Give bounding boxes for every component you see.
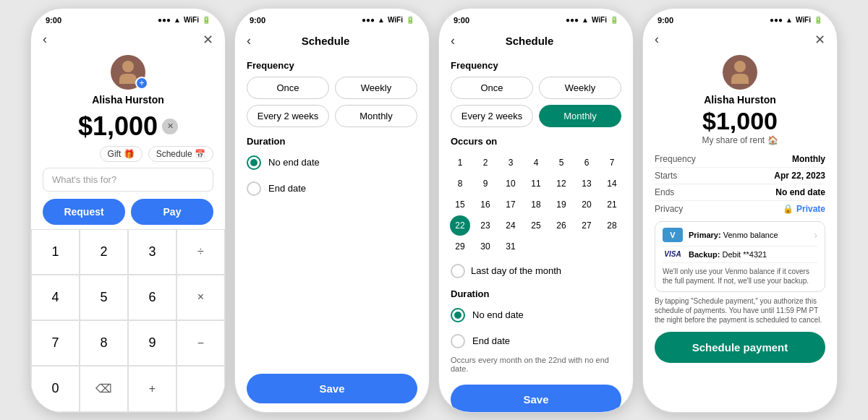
schedule-tag[interactable]: Schedule 📅 (148, 146, 213, 162)
numpad-backspace[interactable]: ⌫ (80, 366, 128, 411)
cal-day-22-selected[interactable]: 22 (450, 215, 470, 236)
duration-no-end-s2[interactable]: No end date (235, 150, 429, 176)
cal-day-27[interactable]: 27 (576, 215, 597, 236)
action-tags: Gift 🎁 Schedule 📅 (31, 143, 225, 165)
s4-note: My share of rent 🏠 (643, 135, 837, 145)
privacy-label: Privacy (655, 204, 683, 214)
payment-note: We'll only use your Venmo balance if it … (663, 267, 817, 286)
numpad-2[interactable]: 2 (80, 229, 128, 275)
time-4: 9:00 (658, 16, 673, 25)
cal-day-30[interactable]: 30 (475, 236, 495, 257)
cal-day-11[interactable]: 11 (526, 173, 546, 194)
chevron-right-icon: › (814, 229, 817, 241)
pm-backup-text: Backup: Debit **4321 (689, 250, 767, 259)
numpad-4[interactable]: 4 (31, 275, 80, 320)
numpad-8[interactable]: 8 (80, 320, 128, 366)
frequency-grid-s2: Once Weekly Every 2 weeks Monthly (235, 74, 429, 130)
recurrence-subtext: Occurs every month on the 22nd with no e… (439, 354, 633, 376)
numpad-divide[interactable]: ÷ (176, 229, 225, 275)
freq-weekly-s2[interactable]: Weekly (335, 77, 417, 99)
payment-method-box[interactable]: V Primary: Venmo balance › VISA Backup: … (655, 221, 825, 292)
cal-day-14[interactable]: 14 (602, 173, 622, 194)
pm-backup-left: VISA Backup: Debit **4321 (663, 250, 767, 259)
schedule-payment-button[interactable]: Schedule payment (655, 332, 825, 363)
duration-end-date-s2[interactable]: End date (235, 176, 429, 202)
cal-day-6[interactable]: 6 (576, 153, 597, 173)
cal-day-10[interactable]: 10 (501, 173, 521, 194)
close-icon[interactable]: ✕ (203, 32, 213, 48)
starts-value-s4: Apr 22, 2023 (774, 171, 825, 181)
cal-day-13[interactable]: 13 (576, 173, 597, 194)
cal-day-16[interactable]: 16 (475, 194, 495, 215)
freq-once-s2[interactable]: Once (247, 77, 329, 99)
cal-day-17[interactable]: 17 (501, 194, 521, 215)
cal-day-21[interactable]: 21 (602, 194, 622, 215)
occurs-on-label: Occurs on (439, 130, 633, 150)
pm-primary-row: V Primary: Venmo balance › (663, 228, 817, 242)
cal-day-29[interactable]: 29 (450, 236, 470, 257)
privacy-row: Privacy 🔒 Private (655, 201, 825, 217)
note-input[interactable]: What's this for? (43, 168, 213, 192)
schedule2-header: ‹ Schedule (439, 27, 633, 54)
numpad-3[interactable]: 3 (128, 229, 176, 275)
calendar-days: 1 2 3 4 5 6 7 8 9 10 11 12 13 14 15 16 1 (448, 153, 624, 257)
venmo-icon: V (663, 228, 683, 242)
numpad-5[interactable]: 5 (80, 275, 128, 320)
pay-button[interactable]: Pay (131, 199, 213, 225)
save-button-s2[interactable]: Save (247, 374, 417, 403)
radio-end-date-s3 (451, 334, 465, 348)
no-end-label-s3: No end date (472, 309, 524, 320)
cal-day-5[interactable]: 5 (551, 153, 571, 173)
numpad-6[interactable]: 6 (128, 275, 176, 320)
cal-day-20[interactable]: 20 (576, 194, 597, 215)
cal-day-19[interactable]: 19 (551, 194, 571, 215)
duration-no-end-s3[interactable]: No end date (439, 302, 633, 328)
cal-day-26[interactable]: 26 (551, 215, 571, 236)
add-contact-icon[interactable]: + (135, 77, 148, 90)
freq-once-s3[interactable]: Once (451, 77, 533, 99)
cal-day-31[interactable]: 31 (501, 236, 521, 257)
save-button-s3[interactable]: Save (451, 385, 621, 412)
numpad-9[interactable]: 9 (128, 320, 176, 366)
radio-no-end-s2 (247, 155, 261, 170)
duration-end-date-s3[interactable]: End date (439, 328, 633, 354)
close-icon-s4[interactable]: ✕ (814, 32, 825, 48)
duration-label-s2: Duration (235, 130, 429, 150)
cal-day-18[interactable]: 18 (526, 194, 546, 215)
freq-weekly-s3[interactable]: Weekly (539, 77, 621, 99)
cal-day-4[interactable]: 4 (526, 153, 546, 173)
last-day-row[interactable]: Last day of the month (439, 260, 633, 283)
cal-day-1[interactable]: 1 (450, 153, 470, 173)
schedule1-header: ‹ Schedule (235, 27, 429, 54)
calendar: 1 2 3 4 5 6 7 8 9 10 11 12 13 14 15 16 1 (439, 150, 633, 260)
numpad-1[interactable]: 1 (31, 229, 80, 275)
back-icon[interactable]: ‹ (43, 32, 47, 47)
freq-monthly-s2[interactable]: Monthly (335, 105, 417, 127)
cal-day-3[interactable]: 3 (501, 153, 521, 173)
cal-day-15[interactable]: 15 (450, 194, 470, 215)
clear-amount-button[interactable]: ✕ (162, 119, 178, 134)
cal-day-28[interactable]: 28 (602, 215, 622, 236)
back-button-s4[interactable]: ‹ (655, 32, 659, 47)
request-button[interactable]: Request (43, 199, 125, 225)
freq-every2weeks-s3[interactable]: Every 2 weeks (451, 105, 533, 127)
cal-day-25[interactable]: 25 (526, 215, 546, 236)
freq-monthly-s3[interactable]: Monthly (539, 105, 621, 127)
freq-every2weeks-s2[interactable]: Every 2 weeks (247, 105, 329, 127)
cal-day-23[interactable]: 23 (475, 215, 495, 236)
gift-tag[interactable]: Gift 🎁 (100, 146, 142, 162)
cal-day-24[interactable]: 24 (501, 215, 521, 236)
cal-day-2[interactable]: 2 (475, 153, 495, 173)
end-date-label-s3: End date (472, 335, 510, 346)
numpad-7[interactable]: 7 (31, 320, 80, 366)
numpad-minus[interactable]: − (176, 320, 225, 366)
cal-day-12[interactable]: 12 (551, 173, 571, 194)
s4-avatar (723, 55, 757, 90)
pay-actions: Request Pay (31, 194, 225, 229)
numpad-multiply[interactable]: × (176, 275, 225, 320)
cal-day-8[interactable]: 8 (450, 173, 470, 194)
cal-day-9[interactable]: 9 (475, 173, 495, 194)
numpad-plus[interactable]: + (128, 366, 176, 411)
numpad-0[interactable]: 0 (31, 366, 80, 411)
cal-day-7[interactable]: 7 (602, 153, 622, 173)
